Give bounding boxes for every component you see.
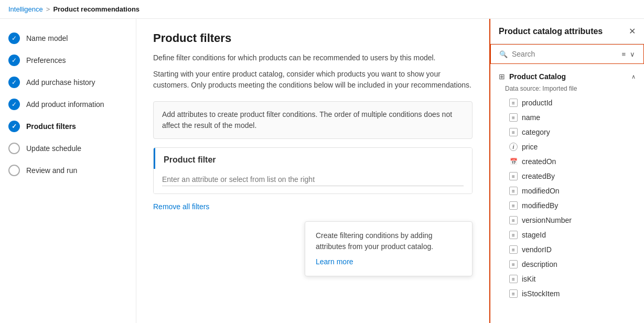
attr-label-modifiedBy: modifiedBy — [522, 201, 558, 210]
sidebar-label-update-schedule: Update schedule — [26, 144, 81, 153]
attr-label-price: price — [522, 143, 538, 151]
attr-icon-description: ≡ — [509, 260, 518, 268]
sidebar-label-add-product-information: Add product information — [26, 100, 104, 109]
catalog-attr-modifiedOn[interactable]: ≡modifiedOn — [490, 184, 644, 198]
attr-label-createdBy: createdBy — [522, 172, 555, 180]
attr-label-createdOn: createdOn — [522, 157, 556, 166]
catalog-attr-modifiedBy[interactable]: ≡modifiedBy — [490, 198, 644, 213]
filter-input-row — [154, 169, 472, 193]
catalog-attr-productId[interactable]: ≡productId — [490, 95, 644, 110]
catalog-attr-isKit[interactable]: ≡isKit — [490, 272, 644, 286]
right-panel-title: Product catalog attributes — [499, 27, 603, 36]
filter-card-title: Product filter — [154, 148, 472, 169]
catalog-group-name: Product Catalog — [509, 72, 566, 81]
catalog-attr-vendorID[interactable]: ≡vendorID — [490, 242, 644, 257]
right-panel-header: Product catalog attributes ✕ — [490, 19, 644, 44]
step-icon-product-filters: ✓ — [8, 121, 20, 132]
catalog-list: ⊞ Product Catalog ∧ Data source: Importe… — [490, 64, 644, 323]
catalog-group-header[interactable]: ⊞ Product Catalog ∧ — [490, 68, 644, 85]
attr-icon-createdBy: ≡ — [509, 172, 518, 180]
attr-icon-stageId: ≡ — [509, 231, 518, 239]
sidebar-item-preferences[interactable]: ✓Preferences — [0, 49, 136, 71]
sidebar-item-name-model[interactable]: ✓Name model — [0, 27, 136, 49]
sidebar: ✓Name model✓Preferences✓Add purchase his… — [0, 19, 136, 323]
attr-icon-name: ≡ — [509, 113, 518, 122]
page-title: Product filters — [153, 31, 473, 45]
attr-icon-isKit: ≡ — [509, 275, 518, 283]
catalog-attr-price[interactable]: iprice — [490, 139, 644, 154]
content-area: Product filters Define filter conditions… — [136, 19, 489, 323]
catalog-attr-category[interactable]: ≡category — [490, 125, 644, 139]
catalog-attr-createdBy[interactable]: ≡createdBy — [490, 169, 644, 184]
attr-label-category: category — [522, 128, 550, 136]
attr-icon-category: ≡ — [509, 128, 518, 136]
attr-label-name: name — [522, 113, 540, 122]
sort-icon[interactable]: ∨ — [630, 50, 635, 58]
attr-icon-modifiedOn: ≡ — [509, 187, 518, 195]
search-input[interactable] — [512, 50, 617, 58]
catalog-attr-name[interactable]: ≡name — [490, 110, 644, 125]
catalog-attributes: ≡productId≡name≡categoryiprice📅createdOn… — [490, 95, 644, 301]
attr-icon-isStockItem: ≡ — [509, 289, 518, 298]
step-icon-update-schedule — [8, 143, 20, 154]
attr-label-versionNumber: versionNumber — [522, 216, 572, 224]
breadcrumb: Intelligence > Product recommendations — [0, 0, 644, 19]
attr-label-productId: productId — [522, 99, 552, 107]
filter-tooltip: Create filtering conditions by adding at… — [305, 221, 473, 276]
close-button[interactable]: ✕ — [629, 26, 636, 36]
catalog-attr-description[interactable]: ≡description — [490, 257, 644, 272]
info-box: Add attributes to create product filter … — [153, 101, 473, 139]
step-icon-add-purchase-history: ✓ — [8, 77, 20, 88]
search-icon: 🔍 — [499, 50, 508, 58]
filter-attribute-input[interactable] — [162, 173, 464, 186]
catalog-attr-stageId[interactable]: ≡stageId — [490, 228, 644, 242]
sidebar-item-product-filters[interactable]: ✓Product filters — [0, 115, 136, 137]
sidebar-label-name-model: Name model — [26, 34, 68, 42]
sidebar-item-review-and-run[interactable]: Review and run — [0, 159, 136, 181]
table-icon: ⊞ — [499, 72, 505, 81]
attr-icon-vendorID: ≡ — [509, 245, 518, 254]
right-panel: Product catalog attributes ✕ 🔍 ≡ ∨ ⊞ Pro… — [489, 19, 644, 323]
sidebar-item-add-purchase-history[interactable]: ✓Add purchase history — [0, 71, 136, 93]
attr-label-stageId: stageId — [522, 231, 546, 239]
search-bar: 🔍 ≡ ∨ — [490, 44, 644, 64]
breadcrumb-separator: > — [46, 5, 50, 13]
attr-icon-modifiedBy: ≡ — [509, 201, 518, 210]
step-icon-preferences: ✓ — [8, 55, 20, 66]
attr-icon-versionNumber: ≡ — [509, 216, 518, 224]
remove-filters-link[interactable]: Remove all filters — [153, 202, 473, 211]
content-desc1: Define filter conditions for which produ… — [153, 52, 473, 63]
catalog-attr-versionNumber[interactable]: ≡versionNumber — [490, 213, 644, 228]
attr-label-isKit: isKit — [522, 275, 535, 283]
sidebar-item-update-schedule[interactable]: Update schedule — [0, 137, 136, 159]
chevron-up-icon[interactable]: ∧ — [631, 73, 636, 80]
sidebar-label-add-purchase-history: Add purchase history — [26, 78, 95, 87]
attr-icon-createdOn: 📅 — [509, 157, 518, 166]
attr-label-isStockItem: isStockItem — [522, 289, 560, 298]
step-icon-review-and-run — [8, 165, 20, 176]
sidebar-label-product-filters: Product filters — [26, 122, 76, 131]
sidebar-label-review-and-run: Review and run — [26, 166, 77, 175]
attr-label-modifiedOn: modifiedOn — [522, 187, 560, 195]
catalog-attr-isStockItem[interactable]: ≡isStockItem — [490, 286, 644, 301]
catalog-datasource: Data source: Imported file — [490, 85, 644, 95]
catalog-attr-createdOn[interactable]: 📅createdOn — [490, 154, 644, 169]
learn-more-link[interactable]: Learn more — [316, 256, 461, 267]
breadcrumb-current: Product recommendations — [53, 5, 139, 13]
sidebar-item-add-product-information[interactable]: ✓Add product information — [0, 93, 136, 115]
sidebar-label-preferences: Preferences — [26, 56, 66, 64]
filter-icon[interactable]: ≡ — [621, 50, 626, 58]
breadcrumb-parent[interactable]: Intelligence — [8, 5, 43, 13]
attr-label-vendorID: vendorID — [522, 245, 552, 254]
step-icon-name-model: ✓ — [8, 33, 20, 44]
step-icon-add-product-information: ✓ — [8, 99, 20, 110]
tooltip-text: Create filtering conditions by adding at… — [316, 231, 433, 251]
attr-label-description: description — [522, 260, 557, 268]
attr-icon-price: i — [509, 143, 518, 151]
content-desc2: Starting with your entire product catalo… — [153, 69, 473, 91]
attr-icon-productId: ≡ — [509, 99, 518, 107]
filter-card: Product filter — [153, 147, 473, 194]
